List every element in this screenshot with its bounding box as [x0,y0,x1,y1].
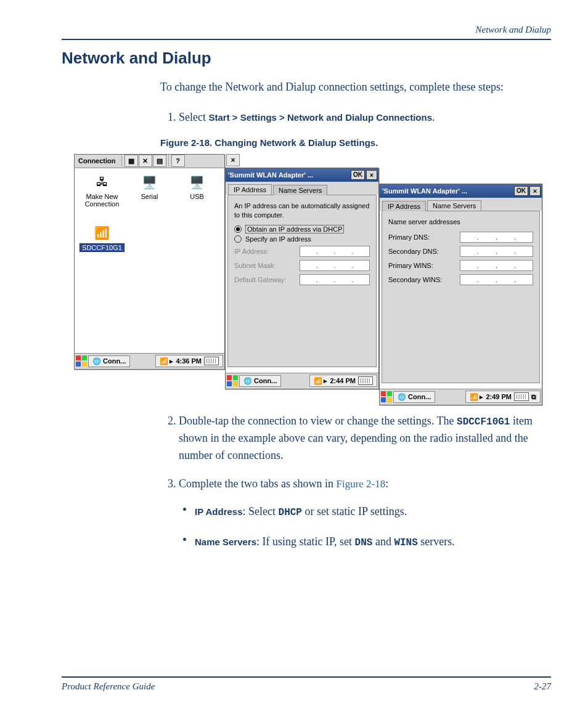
primary-dns-field: Primary DNS: ... [388,232,533,243]
running-header: Network and Dialup [62,25,551,35]
start-button[interactable] [76,355,87,367]
radio-icon [234,225,242,233]
clock: 2:49 PM [486,393,512,400]
properties-icon[interactable]: ▤ [153,155,166,167]
primary-dns-input[interactable]: ... [460,232,533,243]
ok-button[interactable]: OK [514,186,528,196]
tab-body: An IP address can be automatically assig… [227,195,377,367]
radio-adapter-icon: 📶 [93,225,112,241]
description-text: Name server addresses [388,217,533,227]
ip-address-dialog: 'Summit WLAN Adapter' ... OK × IP Addres… [225,168,379,389]
serial-connection-icon[interactable]: 🖥️ Serial [126,174,173,216]
help-button[interactable]: ? [171,155,185,167]
tab-name-servers[interactable]: Name Servers [427,200,481,211]
radio-specify-ip[interactable]: Specify an IP address [234,235,370,243]
toolbar-icon[interactable]: ▦ [125,155,138,167]
tab-row: IP Address Name Servers [226,182,378,195]
gateway-input[interactable]: ... [300,274,370,285]
step-1: Select Start > Settings > Network and Di… [179,109,551,126]
figure-reference-link[interactable]: Figure 2-18 [336,478,385,490]
dialog-title: 'Summit WLAN Adapter' ... [382,187,467,195]
step-1-lead: Select [179,111,208,123]
titlebar: 'Summit WLAN Adapter' ... OK × [226,168,378,182]
make-new-connection-icon[interactable]: 🖧 Make New Connection [78,174,126,216]
dialog-title: 'Summit WLAN Adapter' ... [228,171,313,179]
figure-2-18: Connection ▦ ✕ ▤ ? 🖧 Make New Connection… [74,154,551,407]
tray-icon: 📶 [470,393,477,400]
subnet-mask-field: Subnet Mask: ... [234,260,370,271]
taskbar: 🌐 Conn... 📶 ▸ 2:49 PM ⧉ [380,389,542,405]
footer-guide: Product Reference Guide [62,681,155,692]
titlebar: Connection ▦ ✕ ▤ ? [75,155,224,168]
tab-ip-address[interactable]: IP Address [382,201,426,211]
name-servers-dialog: 'Summit WLAN Adapter' ... OK × IP Addres… [379,184,542,405]
radio-dhcp[interactable]: Obtain an IP address via DHCP [234,225,370,233]
footer-page-number: 2-27 [534,681,552,692]
close-button[interactable]: × [366,170,377,180]
close-button[interactable]: × [529,186,541,196]
rule-top [62,39,551,40]
keyboard-icon[interactable] [514,392,529,401]
sdccf10g1-code: SDCCF10G1 [457,416,510,428]
subnet-input[interactable]: ... [300,260,370,271]
ok-button[interactable]: OK [351,170,365,180]
tab-name-servers[interactable]: Name Servers [273,185,327,195]
taskbar: 🌐 Conn... 📶 ▸ 4:36 PM [75,353,224,369]
step-3: Complete the two tabs as shown in Figure… [179,476,551,551]
taskbar: 🌐 Conn... 📶 ▸ 2:44 PM [226,373,378,389]
secondary-wins-input[interactable]: ... [460,274,533,285]
clock: 4:36 PM [176,357,202,365]
delete-icon[interactable]: ✕ [139,155,152,167]
tray-icon: 📶 [314,377,321,384]
usb-icon: 🖥️ [188,174,206,190]
keyboard-icon[interactable] [358,376,373,385]
tab-ip-address[interactable]: IP Address [228,184,272,195]
sdccf10g1-icon[interactable]: 📶 SDCCF10G1 [78,225,126,261]
secondary-dns-field: Secondary DNS: ... [388,246,533,257]
bullet-ip-address: IP Address: Select DHCP or set static IP… [195,503,551,520]
cascade-icon[interactable]: ⧉ [531,393,536,401]
primary-wins-input[interactable]: ... [460,260,533,271]
rule-bottom [62,676,551,678]
system-tray[interactable]: 📶 ▸ 4:36 PM [155,355,223,367]
icon-grid: 🖧 Make New Connection 🖥️ Serial 🖥️ USB 📶… [75,168,224,267]
start-button[interactable] [381,391,392,402]
ip-input[interactable]: ... [300,246,370,257]
globe-plug-icon: 🖧 [93,174,112,190]
close-button[interactable]: × [226,154,240,166]
page-footer: Product Reference Guide 2-27 [62,676,551,692]
connection-window: Connection ▦ ✕ ▤ ? 🖧 Make New Connection… [74,154,225,370]
start-button[interactable] [227,375,238,386]
intro-paragraph: To change the Network and Dialup connect… [160,79,551,95]
taskbar-conn-button[interactable]: 🌐 Conn... [239,375,281,387]
taskbar-conn-button[interactable]: 🌐 Conn... [88,355,130,367]
step-2: Double-tap the connection to view or cha… [179,413,551,465]
system-tray[interactable]: 📶 ▸ 2:49 PM ⧉ [465,391,541,403]
tab-body: Name server addresses Primary DNS: ... S… [382,211,540,383]
usb-connection-icon[interactable]: 🖥️ USB [173,174,221,216]
figure-caption: Figure 2-18. Changing Network & Dialup S… [160,137,551,148]
radio-icon [234,235,242,243]
taskbar-conn-button[interactable]: 🌐 Conn... [393,391,435,403]
serial-icon: 🖥️ [141,174,159,190]
secondary-wins-field: Secondary WINS: ... [388,274,533,285]
clock: 2:44 PM [330,377,356,384]
menu-path: Start > Settings > Network and Dialup Co… [208,112,432,123]
ip-address-field: IP Address: ... [234,246,370,257]
system-tray[interactable]: 📶 ▸ 2:44 PM [309,375,377,387]
tray-icon: 📶 [160,357,167,365]
primary-wins-field: Primary WINS: ... [388,260,533,271]
selected-adapter-label: SDCCF10G1 [80,243,125,252]
default-gateway-field: Default Gateway: ... [234,274,370,285]
secondary-dns-input[interactable]: ... [460,246,533,257]
keyboard-icon[interactable] [204,357,219,365]
description-text: An IP address can be automatically assig… [234,201,370,220]
titlebar: 'Summit WLAN Adapter' ... OK × [380,184,542,198]
bullet-name-servers: Name Servers: If using static IP, set DN… [195,533,551,550]
window-title: Connection [75,157,120,164]
tab-row: IP Address Name Servers [380,198,542,211]
section-heading: Network and Dialup [62,49,551,68]
